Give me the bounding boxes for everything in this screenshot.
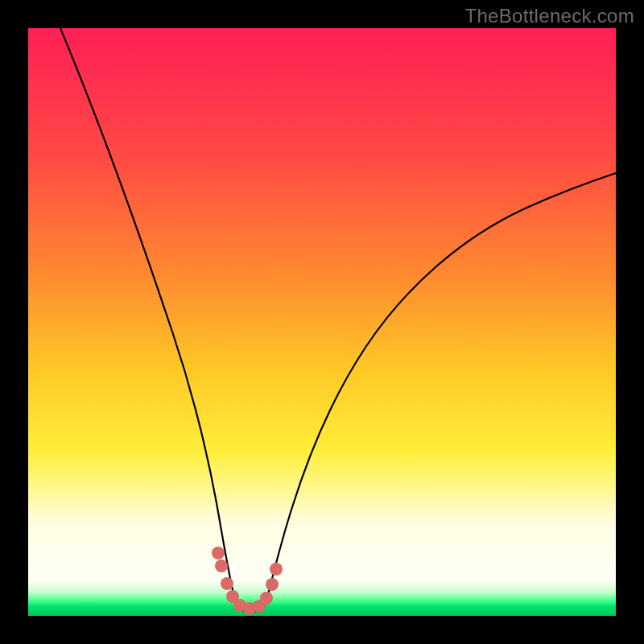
marker-dot (270, 563, 283, 576)
bottleneck-curve (28, 28, 616, 616)
marker-dot (215, 559, 228, 572)
marker-dot (212, 547, 225, 559)
marker-dot (221, 577, 233, 590)
watermark-text: TheBottleneck.com (464, 5, 634, 27)
valley-markers (212, 547, 283, 615)
marker-dot (260, 592, 273, 605)
chart-frame: TheBottleneck.com (0, 0, 644, 644)
plot-area (28, 28, 616, 616)
marker-dot (266, 578, 279, 591)
curve-right-branch (266, 173, 616, 604)
curve-left-branch (60, 28, 236, 604)
